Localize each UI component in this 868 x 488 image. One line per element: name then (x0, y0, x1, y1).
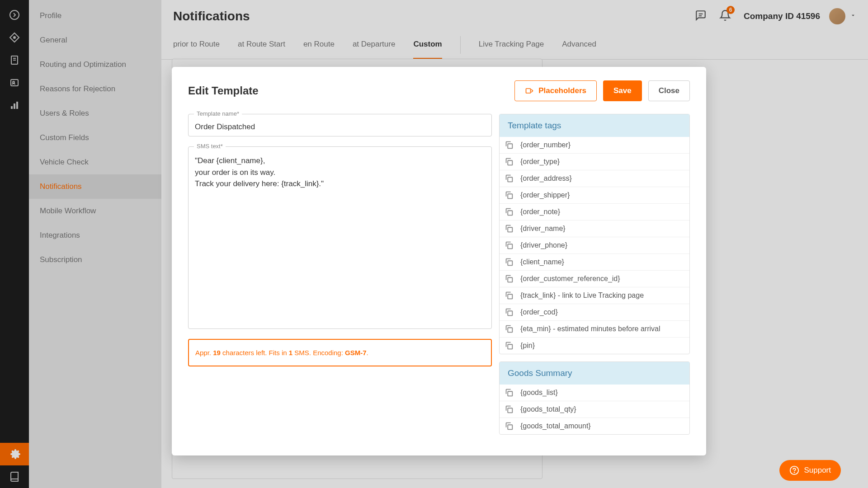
tag-row: {goods_total_amount} (500, 418, 689, 434)
save-button[interactable]: Save (603, 80, 642, 101)
svg-rect-15 (508, 177, 512, 182)
copy-icon[interactable] (504, 207, 514, 217)
tag-text: {order_cod} (520, 308, 558, 316)
tag-text: {goods_total_qty} (520, 405, 576, 413)
tag-text: {driver_phone} (520, 241, 567, 249)
copy-icon[interactable] (504, 240, 514, 250)
tag-row: {driver_name} (500, 220, 689, 237)
tag-row: {goods_total_qty} (500, 401, 689, 418)
tag-text: {order_note} (520, 208, 560, 216)
tag-row: {client_name} (500, 253, 689, 270)
copy-icon[interactable] (504, 341, 514, 351)
copy-icon[interactable] (504, 324, 514, 334)
tag-row: {track_link} - link to Live Tracking pag… (500, 287, 689, 304)
tag-row: {driver_phone} (500, 237, 689, 253)
sms-info-box: Appr. 19 characters left. Fits in 1 SMS.… (188, 339, 492, 366)
copy-icon[interactable] (504, 274, 514, 284)
tag-row: {pin} (500, 337, 689, 354)
close-button[interactable]: Close (648, 80, 690, 101)
tag-text: {goods_list} (520, 389, 558, 397)
placeholders-button[interactable]: Placeholders (514, 80, 597, 101)
svg-rect-18 (508, 227, 512, 232)
svg-rect-17 (508, 211, 512, 215)
copy-icon[interactable] (504, 291, 514, 300)
tag-text: {client_name} (520, 258, 564, 266)
sms-text-label: SMS text* (194, 143, 226, 150)
tag-row: {order_note} (500, 203, 689, 220)
copy-icon[interactable] (504, 174, 514, 183)
svg-rect-23 (508, 311, 512, 315)
svg-rect-27 (508, 408, 512, 413)
copy-icon[interactable] (504, 404, 514, 414)
svg-rect-25 (508, 344, 512, 349)
template-name-field: Template name* (188, 114, 492, 136)
tag-text: {order_customer_reference_id} (520, 275, 620, 283)
modal-title: Edit Template (188, 84, 259, 97)
placeholders-icon (525, 86, 534, 95)
copy-icon[interactable] (504, 157, 514, 167)
svg-rect-26 (508, 391, 512, 396)
tag-text: {order_address} (520, 174, 572, 183)
template-tags-header: Template tags (500, 114, 689, 137)
support-button[interactable]: Support (779, 460, 841, 481)
tag-text: {track_link} - link to Live Tracking pag… (520, 291, 644, 300)
svg-point-30 (794, 472, 795, 473)
copy-icon[interactable] (504, 257, 514, 267)
template-name-input[interactable] (195, 122, 485, 131)
tag-text: {pin} (520, 342, 535, 350)
goods-summary-section: Goods Summary {goods_list}{goods_total_q… (499, 361, 690, 435)
svg-rect-19 (508, 244, 512, 249)
tag-text: {order_shipper} (520, 191, 570, 199)
copy-icon[interactable] (504, 190, 514, 200)
tag-row: {eta_min} - estimated minutes before arr… (500, 320, 689, 337)
copy-icon[interactable] (504, 224, 514, 234)
svg-rect-16 (508, 194, 512, 198)
tag-text: {order_number} (520, 141, 571, 149)
goods-summary-header: Goods Summary (500, 362, 689, 385)
template-name-label: Template name* (194, 110, 242, 117)
svg-rect-13 (508, 144, 512, 148)
svg-rect-22 (508, 294, 512, 299)
sms-text-input[interactable]: "Dear {client_name}, your order is on it… (195, 155, 485, 322)
tag-row: {goods_list} (500, 385, 689, 401)
copy-icon[interactable] (504, 140, 514, 150)
edit-template-modal: Edit Template Placeholders Save Close Te… (172, 67, 706, 455)
copy-icon[interactable] (504, 388, 514, 398)
copy-icon[interactable] (504, 421, 514, 431)
modal-header: Edit Template Placeholders Save Close (188, 80, 690, 101)
svg-rect-12 (526, 89, 531, 93)
tag-row: {order_number} (500, 137, 689, 153)
template-tags-section: Template tags {order_number}{order_type}… (499, 114, 690, 354)
svg-rect-24 (508, 328, 512, 332)
help-icon (789, 465, 799, 475)
copy-icon[interactable] (504, 307, 514, 317)
tag-row: {order_customer_reference_id} (500, 270, 689, 287)
tag-row: {order_type} (500, 153, 689, 170)
svg-rect-28 (508, 425, 512, 429)
tag-text: {eta_min} - estimated minutes before arr… (520, 325, 660, 333)
tag-row: {order_address} (500, 170, 689, 187)
tag-text: {order_type} (520, 158, 560, 166)
tag-text: {goods_total_amount} (520, 422, 591, 430)
sms-text-field: SMS text* "Dear {client_name}, your orde… (188, 146, 492, 329)
tag-text: {driver_name} (520, 225, 566, 233)
svg-rect-21 (508, 277, 512, 282)
tag-row: {order_cod} (500, 304, 689, 320)
svg-rect-20 (508, 261, 512, 265)
tag-row: {order_shipper} (500, 187, 689, 203)
svg-rect-14 (508, 160, 512, 165)
